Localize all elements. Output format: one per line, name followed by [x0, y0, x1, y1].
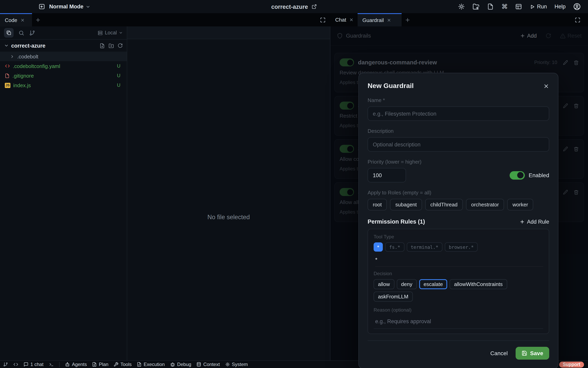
decision-chip-askfromllm[interactable]: askFromLLM	[374, 292, 413, 302]
plus-icon	[520, 219, 525, 224]
edit-guardrail-icon[interactable]	[563, 60, 568, 65]
files-view-icon[interactable]	[4, 28, 14, 37]
close-icon[interactable]	[349, 18, 354, 22]
delete-guardrail-icon[interactable]	[574, 60, 579, 65]
close-modal-icon[interactable]	[543, 83, 549, 89]
database-icon	[196, 362, 201, 367]
statusbar-plan[interactable]: Plan	[92, 362, 108, 367]
editor-fullscreen-icon[interactable]	[320, 13, 326, 26]
git-branch-icon[interactable]	[29, 30, 35, 36]
decision-chip-deny[interactable]: deny	[397, 279, 417, 289]
gear-icon	[225, 362, 230, 367]
delete-guardrail-icon[interactable]	[574, 189, 579, 195]
source-selector[interactable]: Local	[98, 30, 123, 36]
terminal-icon[interactable]	[49, 362, 54, 367]
priority-input[interactable]	[368, 168, 406, 182]
edit-guardrail-icon[interactable]	[563, 189, 568, 195]
tree-item-codebolt[interactable]: .codebolt	[0, 52, 127, 61]
close-icon[interactable]	[387, 18, 391, 22]
help-button[interactable]: Help	[554, 4, 566, 9]
tree-item-indexjs[interactable]: JS index.js U	[0, 80, 127, 90]
file-icon[interactable]	[487, 3, 494, 10]
role-chip-orchestrator[interactable]: orchestrator	[466, 199, 504, 210]
chat-bubble-icon	[24, 362, 28, 367]
role-chip-worker[interactable]: worker	[507, 199, 533, 210]
layout-panel-icon[interactable]	[515, 3, 522, 10]
top-bar: Normal Mode correct-azure ⌘ R	[0, 0, 588, 13]
statusbar-execution[interactable]: Execution	[137, 362, 165, 367]
guardrail-toggle[interactable]	[340, 58, 354, 66]
decision-chip-escalate[interactable]: escalate	[419, 279, 447, 289]
edit-guardrail-icon[interactable]	[563, 103, 568, 108]
tree-item-gitignore[interactable]: .gitignore U	[0, 71, 127, 80]
statusbar-debug[interactable]: Debug	[170, 362, 191, 367]
source-label: Local	[105, 30, 117, 36]
tab-code[interactable]: Code	[0, 13, 32, 26]
robot-icon	[64, 362, 70, 367]
chat-count[interactable]: 1 chat	[24, 362, 43, 367]
guardrail-toggle[interactable]	[340, 101, 354, 110]
add-rule-button[interactable]: Add Rule	[520, 219, 549, 225]
save-button[interactable]: Save	[516, 347, 549, 359]
tool-type-value[interactable]: *	[375, 256, 543, 267]
role-chip-subagent[interactable]: subagent	[390, 199, 422, 210]
description-input[interactable]	[368, 137, 549, 152]
run-button[interactable]: Run	[530, 4, 547, 9]
tree-item-label: .gitignore	[12, 73, 114, 79]
user-avatar[interactable]	[573, 3, 581, 10]
statusbar-context[interactable]: Context	[196, 362, 220, 367]
code-icon[interactable]	[13, 362, 18, 367]
new-folder-icon[interactable]	[108, 43, 114, 48]
refresh-icon[interactable]	[118, 43, 123, 48]
delete-guardrail-icon[interactable]	[574, 146, 579, 151]
bug-icon	[170, 362, 175, 367]
settings-gear-icon[interactable]	[458, 3, 465, 10]
new-tab-button-left[interactable]	[35, 13, 41, 26]
guardrail-name: dangerous-command-review	[358, 59, 437, 66]
tool-chip-terminal[interactable]: terminal.*	[407, 242, 442, 252]
back-panel-icon[interactable]	[38, 3, 45, 10]
reset-guardrails-button[interactable]: Reset	[560, 33, 582, 39]
close-icon[interactable]	[20, 18, 25, 22]
reason-input[interactable]	[374, 316, 543, 329]
chevron-right-icon	[10, 54, 14, 59]
new-file-icon[interactable]	[100, 43, 105, 48]
git-branch-icon[interactable]	[3, 362, 8, 367]
tab-chat[interactable]: Chat	[331, 13, 358, 26]
cancel-button[interactable]: Cancel	[490, 350, 508, 356]
project-root-row[interactable]: correct-azure	[0, 40, 127, 52]
editor-tab-strip	[127, 26, 330, 39]
panel-fullscreen-icon[interactable]	[575, 13, 580, 26]
role-chip-childthread[interactable]: childThread	[425, 199, 463, 210]
enabled-toggle[interactable]	[509, 171, 524, 179]
tool-chip-wildcard[interactable]: *	[374, 242, 383, 252]
command-icon[interactable]: ⌘	[501, 3, 508, 10]
wrench-icon	[114, 362, 118, 367]
guardrail-toggle[interactable]	[340, 188, 354, 196]
tab-guardrail[interactable]: Guardrail	[358, 13, 402, 26]
delete-guardrail-icon[interactable]	[574, 103, 579, 108]
tool-chip-browser[interactable]: browser.*	[445, 242, 478, 252]
enabled-label: Enabled	[529, 172, 549, 178]
name-input[interactable]	[368, 106, 549, 121]
external-link-icon	[312, 4, 317, 9]
statusbar-agents[interactable]: Agents	[64, 362, 87, 367]
mode-selector[interactable]: Normal Mode	[49, 4, 90, 9]
chevron-down-icon	[119, 31, 123, 35]
guardrails-header: Guardrails Add Reset	[331, 26, 588, 46]
statusbar-system[interactable]: System	[225, 362, 248, 367]
add-guardrail-button[interactable]: Add	[520, 33, 537, 39]
refresh-guardrails-icon[interactable]	[545, 32, 551, 39]
decision-chip-allow[interactable]: allow	[374, 279, 394, 289]
guardrail-toggle[interactable]	[340, 145, 354, 153]
tree-item-codeboltconfig[interactable]: .codeboltconfig.yaml U	[0, 61, 127, 71]
folder-settings-icon[interactable]	[473, 3, 480, 10]
support-button[interactable]: Support	[559, 361, 584, 368]
search-icon[interactable]	[18, 30, 24, 36]
statusbar-tools[interactable]: Tools	[114, 362, 132, 367]
tool-chip-fs[interactable]: fs.*	[385, 242, 404, 252]
edit-guardrail-icon[interactable]	[563, 146, 568, 151]
decision-chip-allowwithconstraints[interactable]: allowWithConstraints	[450, 279, 507, 289]
role-chip-root[interactable]: root	[368, 199, 387, 210]
new-tab-button-right[interactable]	[405, 13, 410, 26]
